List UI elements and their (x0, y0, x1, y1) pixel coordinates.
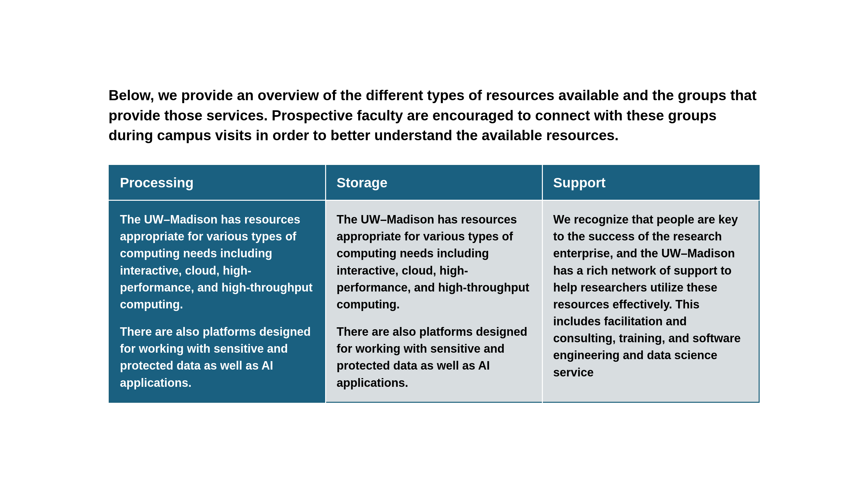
header-storage: Storage (326, 165, 542, 200)
cell-processing: The UW–Madison has resources appropriate… (109, 200, 326, 402)
cell-storage: The UW–Madison has resources appropriate… (326, 200, 542, 402)
processing-para-1: The UW–Madison has resources appropriate… (120, 211, 315, 313)
table-body: The UW–Madison has resources appropriate… (109, 200, 759, 402)
table-header: Processing Storage Support (109, 165, 759, 200)
processing-para-2: There are also platforms designed for wo… (120, 323, 315, 391)
intro-text: Below, we provide an overview of the dif… (109, 85, 760, 145)
page-container: Below, we provide an overview of the dif… (76, 59, 792, 429)
header-support: Support (542, 165, 759, 200)
header-row: Processing Storage Support (109, 165, 759, 200)
storage-para-1: The UW–Madison has resources appropriate… (337, 211, 531, 313)
storage-para-2: There are also platforms designed for wo… (337, 323, 531, 391)
resources-table: Processing Storage Support The UW–Madiso… (109, 165, 760, 403)
table-row: The UW–Madison has resources appropriate… (109, 200, 759, 402)
header-processing: Processing (109, 165, 326, 200)
cell-support: We recognize that people are key to the … (542, 200, 759, 402)
support-para-1: We recognize that people are key to the … (553, 211, 748, 381)
